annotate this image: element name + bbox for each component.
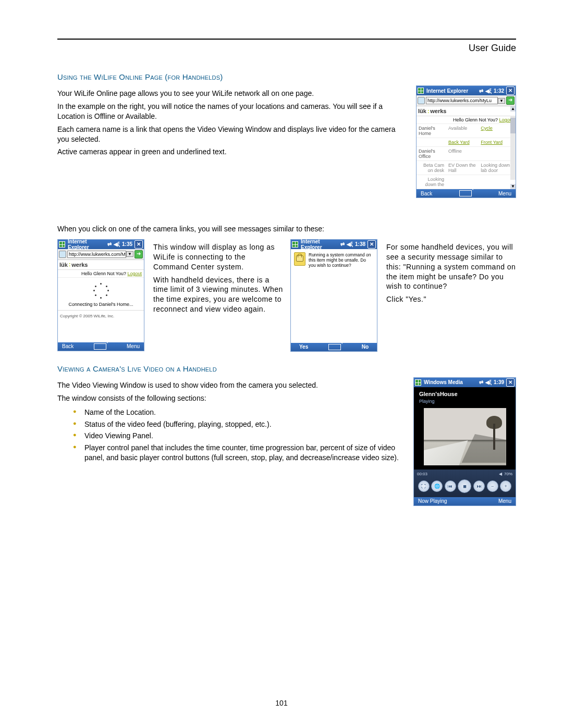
bottom-softkey-bar: Yes No (291, 343, 377, 351)
connectivity-icon: ⇄ (479, 88, 483, 94)
address-bar: http://www.lukwerks.com/MyLu ▼ ➜ (58, 249, 144, 260)
titlebar: Internet Explorer ⇄◀ξ1:35 ✕ (58, 240, 144, 249)
app-title: Windows Media (424, 379, 479, 385)
body-text: Your WiLife Online page allows you to se… (57, 89, 407, 98)
url-field[interactable]: http://www.lukwerks.com/MyLu (67, 251, 126, 258)
video-status: Playing (416, 399, 513, 406)
list-item: Name of the Location. (84, 406, 404, 418)
section-heading-handhelds: Using the WiLife Online Page (for Handhe… (57, 72, 516, 81)
handheld-connecting-screen: Internet Explorer ⇄◀ξ1:35 ✕ http://www.l… (57, 239, 144, 351)
scroll-down[interactable]: ▼ (510, 184, 516, 189)
url-dropdown[interactable]: ▼ (498, 98, 505, 104)
back-softkey[interactable]: Back (62, 343, 74, 349)
page-number: 101 (0, 699, 563, 707)
body-text: The Video Viewing Window is used to show… (57, 380, 404, 390)
video-size-percent: 70% (504, 472, 512, 476)
go-button[interactable]: ➜ (506, 96, 515, 105)
keyboard-icon[interactable] (94, 343, 106, 350)
camera-link[interactable]: Front Yard (481, 140, 503, 145)
player-control-panel: 00:03 ◀ 70% ⛶ 🌐 ⏮ ■ ⏭ − + (414, 470, 516, 497)
list-item: Status of the video feed (buffering, pla… (84, 418, 404, 430)
address-bar: http://www.lukwerks.com/MyLu ▼ ➜ (417, 95, 516, 106)
body-text: Each camera name is a link that opens th… (57, 125, 407, 144)
increase-size-button[interactable]: + (500, 480, 511, 492)
menu-softkey[interactable]: Menu (498, 498, 511, 504)
clock-time: 1:38 (355, 241, 365, 247)
next-button[interactable]: ⏭ (473, 480, 485, 492)
web-button[interactable]: 🌐 (431, 480, 443, 492)
titlebar: Windows Media ⇄◀ξ1:39 ✕ (414, 378, 516, 387)
bottom-softkey-bar: Now Playing Menu (414, 497, 516, 505)
scroll-up[interactable]: ▲ (510, 106, 516, 112)
lock-icon (294, 252, 305, 266)
windows-icon (292, 241, 298, 248)
body-text: Click "Yes." (386, 294, 516, 304)
clock-time: 1:39 (494, 379, 504, 385)
body-text: In the example on the right, you will no… (57, 102, 407, 121)
titlebar: Internet Explorer ⇄◀ξ1:32 ✕ (417, 86, 516, 95)
close-button[interactable]: ✕ (368, 240, 376, 249)
windows-icon (59, 241, 65, 248)
body-text: For some handheld devices, you will see … (386, 242, 516, 291)
bottom-softkey-bar: Back Menu (417, 189, 516, 198)
app-title: Internet Explorer (426, 88, 479, 94)
brand-logo: lük:werks (417, 106, 516, 116)
list-item: Player control panel that includes the t… (84, 442, 404, 464)
cycle-link[interactable]: Cycle (481, 126, 493, 131)
windows-icon (418, 88, 424, 94)
fullscreen-button[interactable]: ⛶ (418, 480, 430, 492)
no-button[interactable]: No (358, 344, 373, 350)
video-viewing-panel (424, 408, 506, 465)
app-title: Internet Explorer (301, 239, 340, 250)
globe-icon (418, 97, 425, 104)
body-text: Active cameras appear in green and under… (57, 147, 407, 157)
security-dialog-text: Running a system command on this item mi… (309, 252, 374, 268)
yes-button[interactable]: Yes (295, 344, 312, 350)
url-field[interactable]: http://www.lukwerks.com/MyLu (426, 97, 498, 104)
camera-link[interactable]: Back Yard (448, 140, 470, 145)
scrollbar[interactable] (510, 116, 516, 180)
copyright-text: Copyright © 2005 WiLife, Inc. (58, 311, 144, 322)
menu-softkey[interactable]: Menu (498, 191, 511, 196)
decrease-size-button[interactable]: − (487, 480, 498, 492)
keyboard-icon[interactable] (459, 190, 472, 196)
speaker-icon: ◀ξ (485, 88, 492, 94)
logout-link[interactable]: Logout (127, 271, 142, 276)
url-dropdown[interactable]: ▼ (126, 251, 133, 257)
loading-spinner-icon (93, 283, 109, 299)
go-button[interactable]: ➜ (134, 250, 143, 258)
section-heading-viewing: Viewing a Camera's Live Video on a Handh… (57, 364, 516, 373)
location-row: Daniel's Home Available Cycle (417, 124, 516, 138)
now-playing-softkey[interactable]: Now Playing (418, 498, 447, 504)
globe-icon (59, 251, 66, 258)
volume-icon: ◀ (499, 472, 502, 476)
body-text: The window consists of the following sec… (57, 393, 404, 403)
greeting-text: Hello Glenn Not You? (453, 117, 498, 122)
location-row: Daniel's Office Offline (417, 147, 516, 161)
close-button[interactable]: ✕ (506, 87, 515, 95)
video-location-name: Glenn'sHouse (416, 389, 513, 399)
close-button[interactable]: ✕ (506, 378, 515, 387)
body-text: This window will display as long as WiLi… (153, 242, 283, 272)
camera-row: Looking down the (417, 175, 516, 189)
handheld-security-screen: Internet Explorer ⇄◀ξ1:38 ✕ Running a sy… (290, 239, 377, 352)
camera-row: Back Yard Front Yard (417, 138, 516, 147)
back-softkey[interactable]: Back (421, 191, 432, 196)
clock-time: 1:32 (494, 88, 504, 94)
list-item: Video Viewing Panel. (84, 430, 404, 442)
close-button[interactable]: ✕ (134, 240, 143, 249)
play-stop-button[interactable]: ■ (458, 479, 471, 493)
keyboard-icon[interactable] (328, 344, 341, 350)
camera-row: Beta Cam on desk EV Down the Hall Lookin… (417, 161, 516, 175)
brand-logo: lük:werks (58, 260, 144, 270)
bridge-text: When you click on one of the camera link… (57, 224, 516, 234)
clock-time: 1:35 (122, 241, 132, 247)
titlebar: Internet Explorer ⇄◀ξ1:38 ✕ (291, 240, 377, 249)
bottom-softkey-bar: Back Menu (58, 342, 144, 351)
handheld-media-screen: Windows Media ⇄◀ξ1:39 ✕ Glenn'sHouse Pla… (413, 377, 516, 506)
connecting-text: Connecting to Daniel's Home... (58, 302, 144, 307)
previous-button[interactable]: ⏮ (445, 480, 456, 492)
menu-softkey[interactable]: Menu (127, 343, 140, 349)
handheld-locations-screen: Internet Explorer ⇄◀ξ1:32 ✕ http://www.l… (416, 85, 516, 198)
body-text: With handheld devices, there is a time l… (153, 275, 283, 315)
